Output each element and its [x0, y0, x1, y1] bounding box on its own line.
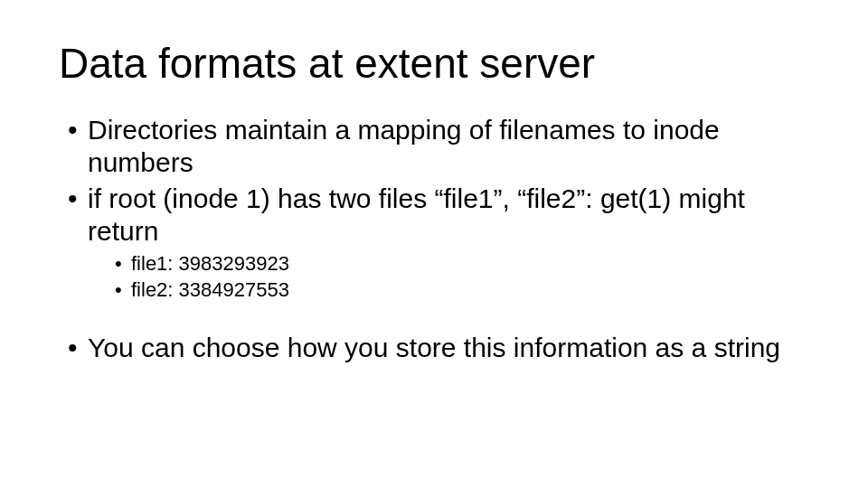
bullet-text: You can choose how you store this inform…: [88, 333, 780, 362]
sub-bullet-text: file2: 3384927553: [131, 278, 289, 301]
bullet-list: Directories maintain a mapping of filena…: [68, 114, 809, 303]
sub-bullet-list: file1: 3983293923 file2: 3384927553: [115, 251, 809, 303]
slide-title: Data formats at extent server: [59, 41, 809, 87]
bullet-item: if root (inode 1) has two files “file1”,…: [68, 183, 809, 303]
sub-bullet-text: file1: 3983293923: [131, 252, 289, 275]
slide: Data formats at extent server Directorie…: [0, 0, 868, 488]
bullet-item: You can choose how you store this inform…: [68, 332, 809, 364]
sub-bullet-item: file1: 3983293923: [115, 251, 809, 277]
sub-bullet-item: file2: 3384927553: [115, 277, 809, 303]
bullet-item: Directories maintain a mapping of filena…: [68, 114, 809, 179]
spacer: [59, 306, 809, 332]
bullet-text: if root (inode 1) has two files “file1”,…: [88, 183, 745, 246]
bullet-list: You can choose how you store this inform…: [68, 332, 809, 364]
bullet-text: Directories maintain a mapping of filena…: [88, 115, 720, 177]
